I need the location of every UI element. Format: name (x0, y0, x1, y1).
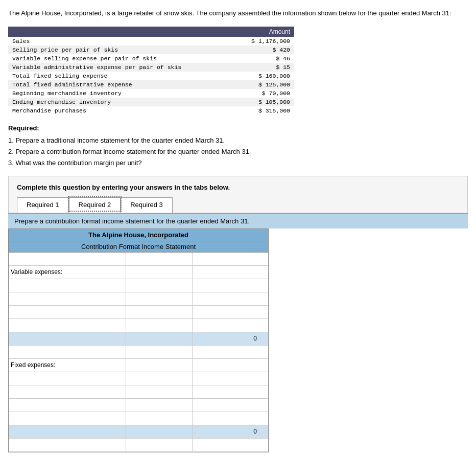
is-input-cell-1[interactable] (126, 279, 193, 292)
is-row-13: 0 (9, 425, 268, 439)
is-total-col3: 0 (193, 332, 259, 345)
is-row-3 (9, 292, 268, 306)
is-row-1: Variable expenses: (9, 266, 268, 279)
is-input-cell-1[interactable] (126, 346, 193, 358)
is-input-cell-0[interactable] (9, 279, 126, 292)
is-input-10-2[interactable] (195, 387, 257, 396)
tab-req1[interactable]: Required 1 (17, 197, 69, 213)
is-input-11-1[interactable] (128, 401, 190, 409)
table-row-label: Variable selling expense per pair of ski… (8, 54, 220, 63)
is-input-cell-1[interactable] (126, 253, 193, 265)
is-input-cell-2[interactable] (193, 439, 259, 451)
is-total-col2[interactable] (126, 425, 193, 438)
is-input-cell-2[interactable] (193, 385, 259, 398)
is-input-7-1[interactable] (128, 348, 190, 356)
is-input-3-1[interactable] (128, 294, 190, 303)
is-input-9-0[interactable] (11, 374, 124, 382)
is-input-cell-2[interactable] (193, 279, 259, 292)
is-input-cell-1[interactable] (126, 412, 193, 425)
is-input-cell-1[interactable] (126, 292, 193, 305)
is-input-4-2[interactable] (195, 308, 257, 316)
is-row-14 (9, 439, 268, 452)
is-input-cell-1[interactable] (126, 319, 193, 332)
is-input-2-0[interactable] (11, 281, 124, 289)
statement-title: Contribution Format Income Statement (9, 241, 268, 253)
is-input-2-1[interactable] (128, 281, 190, 289)
is-input-0-0[interactable] (11, 255, 124, 263)
is-input-12-1[interactable] (128, 414, 190, 422)
is-input-cell-2[interactable] (193, 292, 259, 305)
is-input-cell-0[interactable] (9, 372, 126, 385)
is-input-9-2[interactable] (195, 374, 257, 382)
is-input-11-0[interactable] (11, 401, 124, 409)
is-input-0-1[interactable] (128, 255, 190, 263)
table-row-label: Ending merchandise inventory (8, 98, 220, 106)
tab-req2[interactable]: Required 2 (69, 197, 121, 213)
is-total-input-col1[interactable] (11, 427, 124, 436)
is-input-cell-1[interactable] (126, 306, 193, 318)
is-input-cell-2[interactable] (193, 306, 259, 318)
required-item: 2. Prepare a contribution format income … (8, 146, 468, 157)
is-input-cell-0[interactable] (9, 412, 126, 425)
is-input-cell-1[interactable] (126, 372, 193, 385)
is-input-5-2[interactable] (195, 321, 257, 329)
is-row-5 (9, 319, 268, 332)
table-row-value: $ 125,000 (220, 80, 294, 89)
is-input-14-1[interactable] (128, 441, 190, 449)
income-statement: The Alpine House, Incorporated Contribut… (8, 229, 269, 452)
table-row-value: $ 70,000 (220, 89, 294, 98)
is-input-cell-0[interactable] (9, 346, 126, 358)
is-input-cell-0[interactable] (9, 292, 126, 305)
is-input-cell-2[interactable] (193, 346, 259, 358)
is-input-7-0[interactable] (11, 348, 124, 356)
is-input-10-1[interactable] (128, 387, 190, 396)
is-input-cell-2[interactable] (193, 399, 259, 412)
is-input-cell-2[interactable] (193, 412, 259, 425)
is-input-5-0[interactable] (11, 321, 124, 329)
is-input-cell-0[interactable] (9, 439, 126, 451)
is-input-14-2[interactable] (195, 441, 257, 449)
is-input-0-2[interactable] (195, 255, 257, 263)
is-input-cell-2[interactable] (193, 372, 259, 385)
is-total-input-col1[interactable] (11, 334, 124, 343)
is-input-4-0[interactable] (11, 308, 124, 316)
is-section-label: Variable expenses: (9, 266, 126, 279)
is-input-cell-1[interactable] (126, 385, 193, 398)
tab-req3[interactable]: Required 3 (121, 197, 173, 213)
is-input-cell-0[interactable] (9, 399, 126, 412)
is-input-5-1[interactable] (128, 321, 190, 329)
is-input-3-2[interactable] (195, 294, 257, 303)
is-total-input-col2[interactable] (128, 334, 190, 343)
is-input-cell-0[interactable] (9, 306, 126, 318)
tabs-container: Required 1Required 2Required 3 (17, 197, 459, 213)
is-total-input-col2[interactable] (128, 427, 190, 436)
is-input-12-0[interactable] (11, 414, 124, 422)
is-input-cell-0[interactable] (9, 253, 126, 265)
tab-instruction: Prepare a contribution format income sta… (8, 213, 468, 229)
required-item: 1. Prepare a traditional income statemen… (8, 135, 468, 146)
is-input-2-2[interactable] (195, 281, 257, 289)
is-total-col1[interactable] (9, 425, 126, 438)
is-input-9-1[interactable] (128, 374, 190, 382)
is-input-7-2[interactable] (195, 348, 257, 356)
is-input-4-1[interactable] (128, 308, 190, 316)
is-input-cell-1[interactable] (126, 439, 193, 451)
is-input-3-0[interactable] (11, 294, 124, 303)
is-input-cell-2[interactable] (193, 319, 259, 332)
is-input-10-0[interactable] (11, 387, 124, 396)
is-input-12-2[interactable] (195, 414, 257, 422)
table-row-label: Beginning merchandise inventory (8, 89, 220, 98)
is-section-col3 (193, 359, 259, 372)
is-row-7 (9, 346, 268, 359)
is-input-11-2[interactable] (195, 401, 257, 409)
is-total-col3: 0 (193, 425, 259, 438)
is-input-cell-2[interactable] (193, 253, 259, 265)
question-box: Complete this question by entering your … (8, 176, 468, 213)
is-input-14-0[interactable] (11, 441, 124, 449)
is-total-col1[interactable] (9, 332, 126, 345)
is-input-cell-0[interactable] (9, 319, 126, 332)
is-input-cell-1[interactable] (126, 399, 193, 412)
is-total-col2[interactable] (126, 332, 193, 345)
intro-text: The Alpine House, Incorporated, is a lar… (8, 8, 468, 18)
is-input-cell-0[interactable] (9, 385, 126, 398)
